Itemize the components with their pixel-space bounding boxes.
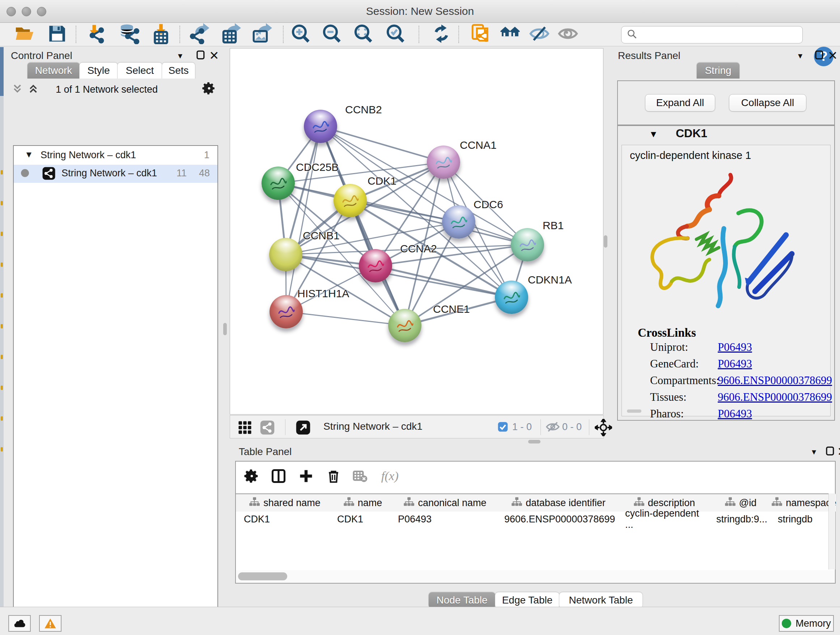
toolbar-string-home-button[interactable] <box>498 24 522 45</box>
crosslink-compartments-link[interactable]: 9606.ENSP00000378699 <box>718 374 832 387</box>
tab-select[interactable]: Select <box>117 62 163 79</box>
node-CCNB1[interactable] <box>269 238 302 271</box>
toolbar-zoom-fit-button[interactable] <box>351 24 375 45</box>
node-HIST1H1A[interactable] <box>270 295 303 328</box>
hidden-eye-icon[interactable] <box>546 421 560 434</box>
cell-shared-name[interactable]: CDK1 <box>244 511 334 527</box>
table-columns-button[interactable] <box>271 468 286 486</box>
column-header-@id[interactable]: @id <box>710 494 772 511</box>
toolbar-show-all-button[interactable] <box>556 24 580 45</box>
network-row-selected[interactable]: String Network – cdk1 11 48 <box>14 165 218 183</box>
node-CDK1[interactable] <box>333 184 367 217</box>
toolbar-zoom-in-button[interactable] <box>289 24 313 45</box>
node-CDC25B[interactable] <box>262 166 295 200</box>
node-CCNE1[interactable] <box>388 309 422 342</box>
column-header-database-identifier[interactable]: database identifier <box>498 494 619 511</box>
node-CDC6[interactable] <box>442 205 475 239</box>
table-vscrollbar[interactable] <box>829 494 835 570</box>
crosslink-tissues-link[interactable]: 9606.ENSP00000378699 <box>718 391 832 404</box>
panel-menu-icon[interactable]: ▾ <box>798 51 802 61</box>
cell-database-identifier[interactable]: 9606.ENSP00000378699 <box>504 511 617 527</box>
control-panel: Control Panel ▾ ✕ NetworkStyleSelectSets… <box>4 47 225 607</box>
crosslink-genecard-link[interactable]: P06493 <box>718 357 752 371</box>
tab-edge-table[interactable]: Edge Table <box>495 592 560 608</box>
network-canvas[interactable]: CCNB2 CCNA1 CDC25B CDK1 CDC6 RB1CCNB1 CC… <box>230 48 603 415</box>
cell-canonical-name[interactable]: P06493 <box>398 511 497 527</box>
tab-node-table[interactable]: Node Table <box>428 592 496 608</box>
network-share-view-icon[interactable] <box>260 420 275 437</box>
crosslink-uniprot-link[interactable]: P06493 <box>718 340 752 354</box>
table-delete-table-button[interactable] <box>352 468 368 486</box>
close-panel-icon[interactable]: ✕ <box>837 445 840 459</box>
table-function-button[interactable]: f(x) <box>380 468 402 486</box>
selected-checkbox-icon[interactable] <box>497 421 508 434</box>
close-panel-icon[interactable]: ✕ <box>828 49 838 63</box>
grid-view-icon[interactable] <box>237 420 253 437</box>
table-hscrollbar-thumb[interactable] <box>238 572 287 580</box>
toolbar-import-table-button[interactable] <box>149 24 173 45</box>
expand-all-icon[interactable] <box>27 82 40 96</box>
panel-menu-icon[interactable]: ▾ <box>178 51 182 61</box>
node-CDKN1A[interactable] <box>495 280 528 314</box>
table-add-row-button[interactable] <box>298 468 314 486</box>
splitter-handle-left[interactable] <box>223 323 227 335</box>
search-input[interactable] <box>641 29 799 41</box>
fit-selected-crosshair-icon[interactable] <box>595 419 612 438</box>
expand-all-button[interactable]: Expand All <box>645 94 715 111</box>
cell-name[interactable]: CDK1 <box>337 511 388 527</box>
node-CCNA2[interactable] <box>359 249 392 282</box>
toolbar-import-network-file-button[interactable] <box>86 24 110 45</box>
tab-network-table[interactable]: Network Table <box>559 592 643 608</box>
toolbar-hide-unselected-button[interactable] <box>527 24 551 45</box>
details-hscrollbar[interactable] <box>627 409 641 413</box>
float-panel-icon[interactable] <box>825 445 836 458</box>
tree-column-icon <box>771 497 782 509</box>
search-field[interactable] <box>621 26 803 43</box>
cell-description[interactable]: cyclin-dependent ... <box>625 511 709 527</box>
float-panel-icon[interactable] <box>195 49 206 62</box>
node-CCNA1[interactable] <box>427 146 460 179</box>
network-collection-row[interactable]: ▼ String Network – cdk1 1 <box>14 149 218 165</box>
toolbar-zoom-out-button[interactable] <box>320 24 344 45</box>
toolbar-open-file-button[interactable] <box>13 24 36 45</box>
background-window-fragment <box>1 386 3 390</box>
tab-style[interactable]: Style <box>79 62 118 79</box>
collapse-triangle-icon[interactable]: ▼ <box>25 149 33 160</box>
toolbar-import-network-database-button[interactable] <box>118 24 141 45</box>
tab-network[interactable]: Network <box>27 62 80 79</box>
column-header-namespace[interactable]: namespace <box>771 494 837 511</box>
background-window-fragment <box>1 170 3 174</box>
splitter-handle-bottom[interactable] <box>528 440 540 443</box>
column-header-name[interactable]: name <box>333 494 392 511</box>
column-header-canonical-name[interactable]: canonical name <box>392 494 499 511</box>
node-CCNB2[interactable] <box>304 110 337 143</box>
cell-namespace[interactable]: stringdb <box>778 511 836 527</box>
toolbar-zoom-selected-button[interactable] <box>384 24 407 45</box>
cell-@id[interactable]: stringdb:9... <box>716 511 771 527</box>
node-RB1[interactable] <box>511 228 544 261</box>
table-gear-button[interactable] <box>244 468 260 486</box>
collapse-all-button[interactable]: Collapse All <box>729 94 806 111</box>
cloud-status-button[interactable] <box>8 615 31 632</box>
toolbar-save-session-button[interactable] <box>45 24 69 45</box>
toolbar-export-network-button[interactable] <box>188 24 212 45</box>
tab-string[interactable]: String <box>696 62 740 79</box>
memory-button[interactable]: Memory <box>779 615 834 632</box>
network-options-gear-icon[interactable] <box>202 81 216 97</box>
panel-menu-icon[interactable]: ▾ <box>812 447 816 457</box>
tab-sets[interactable]: Sets <box>162 62 195 79</box>
open-in-new-window-icon[interactable] <box>295 420 311 437</box>
toolbar-string-protein-query-button[interactable] <box>469 24 493 45</box>
collapse-all-icon[interactable] <box>11 82 24 96</box>
crosslink-pharos-link[interactable]: P06493 <box>718 407 752 420</box>
float-panel-icon[interactable] <box>814 49 825 62</box>
section-collapse-icon[interactable]: ▼ <box>649 129 658 139</box>
toolbar-export-table-button[interactable] <box>218 24 242 45</box>
splitter-handle-right[interactable] <box>604 235 607 248</box>
warning-status-button[interactable] <box>39 615 62 632</box>
toolbar-refresh-button[interactable] <box>429 24 453 45</box>
toolbar-export-image-button[interactable] <box>249 24 273 45</box>
column-header-shared-name[interactable]: shared name <box>236 494 334 511</box>
table-delete-row-button[interactable] <box>325 468 341 486</box>
close-panel-icon[interactable]: ✕ <box>209 49 219 63</box>
